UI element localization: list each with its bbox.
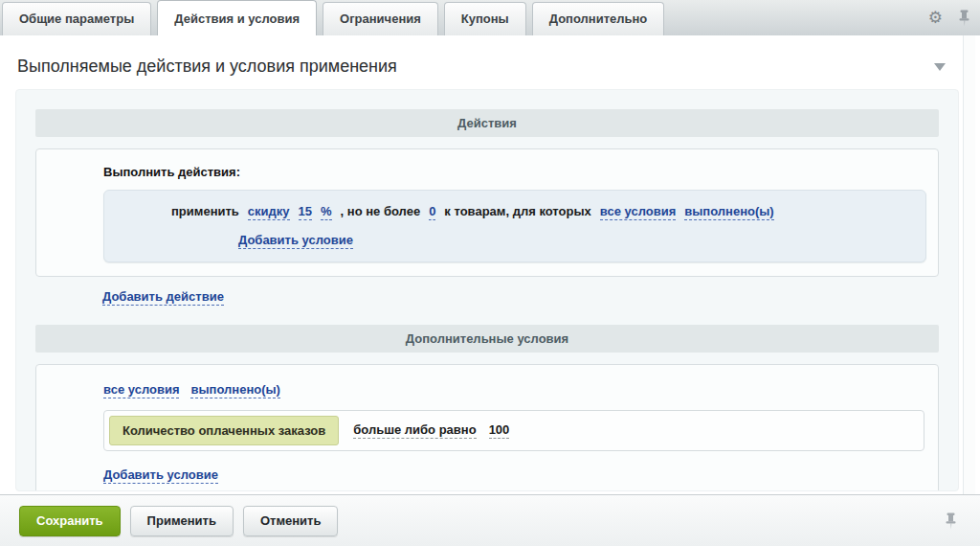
extra-conditions-links-row: все условиявыполнено(ы) [103,380,926,399]
extra-add-condition-link[interactable]: Добавить условие [103,467,218,484]
discount-rule-line: применитьскидку15%, но не более0к товара… [171,201,914,222]
discount-unit-link[interactable]: % [321,204,332,220]
extra-conditions-box: все условиявыполнено(ы) Количество оплач… [35,364,939,491]
add-action-link[interactable]: Добавить действие [102,289,224,306]
actions-section-header: Действия [35,109,939,137]
actions-box: Выполнить действия: применитьскидку15%, … [35,148,939,277]
apply-button[interactable]: Применить [130,506,234,536]
page-title: Выполняемые действия и условия применени… [17,57,397,77]
save-button[interactable]: Сохранить [19,506,121,536]
condition-field-chip[interactable]: Количество оплаченных заказов [109,416,339,445]
footer-bar: Сохранить Применить Отменить [0,494,980,546]
tab-general-params[interactable]: Общие параметры [2,2,151,35]
tab-additional[interactable]: Дополнительно [532,2,665,35]
condition-value-link[interactable]: 100 [489,422,510,439]
not-more-text: , но не более [341,204,421,218]
discount-type-link[interactable]: скидку [248,204,290,220]
extra-fulfilled-link[interactable]: выполнено(ы) [190,382,279,398]
extra-conditions-section-header: Дополнительные условия [35,325,939,353]
perform-actions-label: Выполнить действия: [103,165,926,179]
apply-text: применить [171,204,239,218]
scroll-gutter [963,35,975,494]
all-conditions-link[interactable]: все условия [600,204,676,220]
tab-bar: Общие параметры Действия и условия Огран… [0,0,980,35]
max-value-link[interactable]: 0 [429,204,435,220]
pin-icon[interactable] [945,512,957,530]
tab-coupons[interactable]: Купоны [444,2,526,35]
chevron-down-icon[interactable] [934,63,946,71]
cancel-button[interactable]: Отменить [243,506,339,536]
condition-operator-link[interactable]: больше либо равно [353,422,476,439]
extra-all-conditions-link[interactable]: все условия [103,382,179,398]
extra-add-condition-row: Добавить условие [103,465,926,486]
conditions-panel: Действия Выполнить действия: применитьск… [15,89,959,491]
add-action-row: Добавить действие [102,286,939,307]
tab-restrictions[interactable]: Ограничения [323,2,438,35]
form-content: Выполняемые действия и условия применени… [0,35,980,494]
to-products-text: к товарам, для которых [444,204,590,218]
discount-rule-box: применитьскидку15%, но не более0к товара… [103,190,926,262]
rule-add-condition-row: Добавить условие [238,230,914,251]
condition-row: Количество оплаченных заказов больше либ… [103,410,924,451]
tab-actions-conditions[interactable]: Действия и условия [157,0,317,35]
discount-value-link[interactable]: 15 [299,204,312,220]
fulfilled-link[interactable]: выполнено(ы) [684,204,773,220]
gear-icon[interactable]: ⚙ [928,10,943,26]
add-condition-link[interactable]: Добавить условие [238,233,353,249]
tabbar-icons: ⚙ [928,0,970,35]
form-title-row: Выполняемые действия и условия применени… [15,35,959,77]
pin-icon[interactable] [958,10,970,27]
